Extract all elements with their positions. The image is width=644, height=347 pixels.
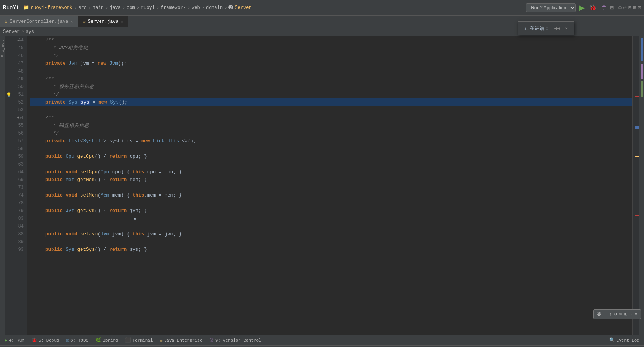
- bc-main[interactable]: main: [93, 5, 104, 10]
- layout-icon[interactable]: ⊞: [633, 4, 636, 11]
- java-enterprise-btn[interactable]: ☕ Java Enterprise: [157, 337, 206, 344]
- scrollbar-thumb[interactable]: [635, 126, 639, 129]
- tab-server[interactable]: ☕ Server.java ✕: [78, 16, 128, 27]
- update-icon[interactable]: ↩: [623, 4, 626, 11]
- bc-folder-icon: 📁: [23, 5, 29, 10]
- code-line-73: [30, 184, 632, 192]
- bc-server[interactable]: Server: [235, 5, 251, 10]
- debug-tool-label: 5: Debug: [39, 338, 59, 343]
- code-editor[interactable]: /** * JVM相关信息 */ private Jvm jvm = new J…: [27, 36, 632, 335]
- java-enterprise-label: Java Enterprise: [164, 338, 203, 343]
- line-48: 48: [5, 67, 27, 75]
- bc-web[interactable]: web: [192, 5, 200, 10]
- bc-com[interactable]: com: [127, 5, 135, 10]
- code-line-59: public Cpu getCpu() { return cpu; }: [30, 153, 632, 161]
- bc-src[interactable]: src: [78, 5, 87, 10]
- event-log-btn[interactable]: 🔍 Event Log: [606, 337, 642, 344]
- code-line-53: [30, 106, 632, 114]
- tab-server-close[interactable]: ✕: [121, 19, 123, 24]
- line-56: 56: [5, 129, 27, 137]
- tab-server-controller[interactable]: ☕ ServerController.java ✕: [0, 16, 78, 27]
- version-control-icon: ⑨: [210, 337, 214, 343]
- code-line-84: public void setJvm(Jvm jvm) { this.jvm =…: [30, 230, 632, 238]
- code-line-55: * 磁盘相关信息: [30, 122, 632, 129]
- maven-tab[interactable]: [641, 64, 643, 79]
- code-line-74: public void setMem(Mem mem) { this.mem =…: [30, 192, 632, 199]
- code-line-63: [30, 161, 632, 168]
- titlebar: RuoYi 📁 ruoyi-framework › src › main › j…: [0, 0, 644, 16]
- todo-tool-btn[interactable]: ☑ 6: TODO: [63, 337, 91, 344]
- spring-tool-btn[interactable]: 🌿 Spring: [92, 337, 121, 344]
- favorites-tab[interactable]: [641, 81, 643, 97]
- more-run-icon[interactable]: ⊞: [610, 4, 614, 12]
- bottom-toolbar: ▶ 4: Run 🐞 5: Debug ☑ 6: TODO 🌿 Spring ⬛…: [0, 335, 644, 345]
- bc-framework[interactable]: framework: [161, 5, 186, 10]
- project-label[interactable]: Project: [0, 40, 5, 57]
- debug-tool-btn[interactable]: 🐞 5: Debug: [28, 337, 62, 344]
- breadcrumb-sep: >: [21, 29, 24, 35]
- code-line-57: private List<SysFile> sysFiles = new Lin…: [30, 137, 632, 145]
- bc-java[interactable]: java: [110, 5, 121, 10]
- ime-up[interactable]: ⬆: [635, 311, 637, 317]
- code-line-56: */: [30, 129, 632, 137]
- line-84: 84: [5, 223, 27, 230]
- terminal-icon[interactable]: ⊟: [628, 4, 631, 11]
- run-controls: RuoYiApplication ▶ 🐞 ☂ ⊞ ⚙ ↩ ⊟ ⊞ ⊡: [526, 3, 641, 12]
- line-numbers: 44▾ 45 46 47 48 49▾ 50 51💡 52 53 54▾ 55 …: [5, 36, 27, 335]
- run-tool-btn[interactable]: ▶ 4: Run: [2, 337, 27, 344]
- breadcrumb-server[interactable]: Server: [3, 29, 20, 35]
- line-73: 73: [5, 184, 27, 192]
- line-88: 88: [5, 230, 27, 238]
- line-63: 63: [5, 161, 27, 168]
- code-line-45: * JVM相关信息: [30, 44, 632, 52]
- line-52: 52: [5, 98, 27, 106]
- code-line-83: [30, 223, 632, 230]
- logo: RuoYi: [3, 5, 19, 11]
- run-button[interactable]: ▶: [577, 3, 587, 12]
- todo-tool-icon: ☑: [66, 337, 69, 343]
- bc-ruoyi-framework[interactable]: ruoyi-framework: [31, 5, 72, 10]
- line-93: 93: [5, 246, 27, 254]
- version-control-btn[interactable]: ⑨ 9: Version Control: [206, 337, 264, 344]
- app-selector[interactable]: RuoYiApplication: [526, 3, 576, 12]
- debug-button[interactable]: 🐞: [588, 3, 598, 12]
- speaking-close[interactable]: ✕: [565, 25, 568, 31]
- ime-lang[interactable]: 英: [597, 311, 601, 318]
- ime-sound[interactable]: ♪: [609, 312, 612, 317]
- speaking-icon-1: ◀◀: [554, 25, 560, 31]
- tab-server-java-icon: ☕: [83, 19, 86, 24]
- bc-domain[interactable]: domain: [206, 5, 223, 10]
- java-enterprise-icon: ☕: [160, 337, 163, 343]
- speaking-overlay: 正在讲话： ◀◀ ✕: [518, 21, 574, 35]
- tab-server-label: Server.java: [88, 19, 118, 24]
- line-50: 50: [5, 83, 27, 91]
- coverage-button[interactable]: ☂: [599, 3, 608, 12]
- terminal-tool-btn[interactable]: ⬛ Terminal: [122, 337, 156, 344]
- line-83: 83: [5, 215, 27, 223]
- ime-circle[interactable]: ⊙: [614, 311, 617, 317]
- spring-tool-icon: 🌿: [95, 337, 101, 343]
- settings-icon[interactable]: ⚙: [618, 4, 622, 11]
- right-panel-tabs: [639, 36, 644, 335]
- breadcrumb-sys[interactable]: sys: [26, 29, 34, 35]
- expand-icon[interactable]: ⊡: [638, 4, 641, 11]
- line-55: 55: [5, 122, 27, 129]
- ime-arrow[interactable]: →: [630, 312, 632, 317]
- terminal-tool-label: Terminal: [132, 338, 153, 343]
- code-line-48: [30, 67, 632, 75]
- ime-grid[interactable]: ⊞: [624, 311, 627, 317]
- run-tool-label: 4: Run: [9, 338, 24, 343]
- bean-validation-tab[interactable]: [641, 38, 643, 61]
- bc-ruoyi[interactable]: ruoyi: [141, 5, 155, 10]
- tab-server-controller-close[interactable]: ✕: [70, 19, 73, 24]
- code-line-46: */: [30, 52, 632, 60]
- line-58: 58: [5, 145, 27, 153]
- line-51: 51💡: [5, 91, 27, 98]
- ime-keyboard[interactable]: ⌨: [619, 311, 622, 317]
- code-line-54: /**: [30, 114, 632, 122]
- code-line-44: /**: [30, 36, 632, 44]
- event-log-label: Event Log: [617, 338, 639, 343]
- line-44: 44▾: [5, 36, 27, 44]
- event-log-icon: 🔍: [609, 337, 615, 343]
- terminal-tool-icon: ⬛: [125, 337, 131, 343]
